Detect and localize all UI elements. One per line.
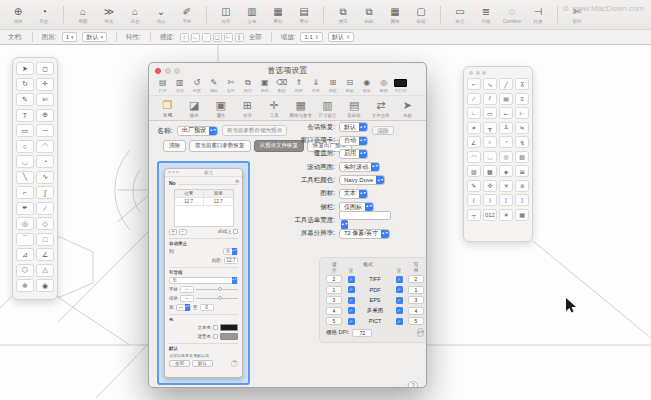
tool-button[interactable]: ⌒ — [16, 233, 34, 246]
tool-button[interactable]: ] — [515, 194, 529, 206]
dpi-field[interactable]: 72 — [352, 329, 372, 337]
tool-button[interactable]: ╲ — [16, 171, 34, 184]
tool-button[interactable]: ◡ — [16, 155, 34, 168]
dpi-stepper[interactable]: ▲▼ — [417, 328, 424, 337]
dialog-tab[interactable]: ◪ 颜色 — [182, 99, 207, 118]
tool-button[interactable]: ✎ — [16, 93, 34, 106]
read-order-field[interactable]: 1 — [326, 286, 342, 294]
scale-field[interactable]: -- — [180, 295, 194, 302]
write-order-field[interactable]: 5 — [408, 317, 424, 325]
tool-button[interactable]: ⊞ — [515, 165, 529, 177]
dialog-tab[interactable]: ▣ 属性 — [208, 99, 233, 118]
dialog-tab[interactable]: ▤ 剪贴板 — [342, 99, 367, 118]
zoom-out-button[interactable]: ⌄缩小 — [149, 6, 173, 24]
background-color-swatch[interactable] — [220, 333, 238, 340]
strip-tool-button[interactable]: ✄ 剪切 — [223, 78, 239, 93]
tool-button[interactable]: ⊿ — [16, 248, 34, 261]
tool-button[interactable]: ✛ — [36, 78, 54, 91]
remove-row-button[interactable]: − — [179, 229, 187, 235]
tool-button[interactable]: T — [16, 109, 34, 122]
tool-button[interactable]: ◠ — [36, 140, 54, 153]
style-select[interactable]: 默认⇕ — [328, 32, 354, 42]
add-row-button[interactable]: + — [169, 229, 177, 235]
tool-button[interactable]: ◎ — [16, 217, 34, 230]
write-order-field[interactable]: 1 — [408, 286, 424, 294]
tool-button[interactable]: ◡ — [483, 151, 497, 163]
snap-toggle-button[interactable]: ▢ — [213, 33, 222, 42]
pan-slider[interactable] — [196, 289, 238, 290]
dialog-tab[interactable]: ✛ 工具 — [262, 99, 287, 118]
guide-style-select[interactable]: 无▲▼ — [169, 277, 238, 284]
tool-button[interactable]: ▤ — [499, 93, 513, 105]
tool-button[interactable]: ⬡ — [16, 264, 34, 277]
snap-toggle-button[interactable]: ◌ — [202, 33, 211, 42]
read-enabled-checkbox[interactable] — [348, 297, 355, 304]
snap-toggle-button[interactable]: ⊹ — [180, 33, 189, 42]
close-button[interactable] — [155, 68, 161, 74]
strip-tool-button[interactable]: ◉ 锁定 — [359, 78, 375, 93]
layer-select-2[interactable]: 默认▾ — [82, 32, 107, 42]
tool-button[interactable]: ○ — [16, 140, 34, 153]
strip-tool-button[interactable]: ▤ 打开 — [155, 78, 171, 93]
strip-tool-button[interactable]: ✎ 编辑 — [206, 78, 222, 93]
tool-button[interactable]: ◻ — [36, 62, 54, 75]
noprint-swatch[interactable]: 不打印 — [393, 78, 409, 93]
read-enabled-checkbox[interactable] — [348, 276, 355, 283]
tool-button[interactable]: ➤ — [16, 62, 34, 75]
tool-button[interactable]: ✒ — [16, 202, 34, 215]
form-select[interactable]: 72 像素/英寸▲▼ — [339, 229, 390, 239]
tool-button[interactable]: ⌐ — [16, 186, 34, 199]
tool-button[interactable]: ⌕ — [483, 136, 497, 148]
pan-button[interactable]: ✐平移 — [175, 6, 199, 24]
tool-button[interactable]: ◔ — [36, 155, 54, 168]
reset-all-button[interactable]: 全部 — [169, 360, 190, 367]
snap-toggle-button[interactable]: ∥ — [235, 33, 244, 42]
strip-tool-button[interactable]: ⊞ 群组 — [325, 78, 341, 93]
form-select[interactable]: 实时滚动▲▼ — [339, 162, 380, 172]
tool-button[interactable]: ⊢ — [515, 107, 529, 119]
dialog-help-button[interactable]: ? — [408, 381, 418, 389]
tool-button[interactable]: ▭ — [16, 124, 34, 137]
dialog-titlebar[interactable]: 首选项设置 — [149, 63, 426, 78]
write-enabled-checkbox[interactable] — [396, 286, 403, 293]
text-color-checkbox[interactable] — [213, 325, 218, 330]
form-select[interactable]: 启用▲▼ — [339, 149, 368, 159]
write-enabled-checkbox[interactable] — [396, 276, 403, 283]
spacing-field[interactable]: 12.7 — [224, 257, 238, 264]
tool-button[interactable]: ─ — [36, 124, 54, 137]
read-order-field[interactable]: 2 — [326, 275, 342, 283]
strip-tool-button[interactable]: ⇓ 后移 — [308, 78, 324, 93]
tool-button[interactable]: ∟ — [467, 107, 481, 119]
tool-button[interactable]: ▩ — [483, 165, 497, 177]
tool-button[interactable]: ◈ — [499, 165, 513, 177]
dialog-tab[interactable]: ➤ 光标 — [395, 99, 420, 118]
zoom-button[interactable] — [174, 68, 180, 74]
columns-select[interactable]: 无▲▼ — [223, 248, 239, 255]
tool-button[interactable]: ※ — [16, 279, 34, 292]
tool-button[interactable]: ◉ — [36, 279, 54, 292]
strip-tool-button[interactable]: ▣ 粘贴 — [257, 78, 273, 93]
write-enabled-checkbox[interactable] — [396, 318, 403, 325]
combine-button[interactable]: ◌Combine — [500, 6, 524, 24]
write-order-field[interactable]: 3 — [408, 296, 424, 304]
form-select[interactable]: Navy Dove▲▼ — [339, 175, 385, 185]
snap-toggle-button[interactable]: ∟ — [191, 33, 200, 42]
text-color-swatch[interactable] — [220, 324, 238, 331]
tool-button[interactable]: ∿ — [483, 78, 497, 90]
history-button[interactable]: ◔历史 — [32, 6, 56, 24]
pan-field[interactable]: -- — [180, 286, 194, 293]
layer-select-1[interactable]: 1▾ — [62, 32, 78, 42]
write-enabled-checkbox[interactable] — [396, 297, 403, 304]
table-row[interactable]: 12.7 12.7 — [175, 198, 233, 206]
strip-tool-button[interactable]: ◎ 解锁 — [376, 78, 392, 93]
tool-button[interactable]: ╨ — [499, 122, 513, 134]
preset-action-button[interactable]: 清除 — [163, 140, 186, 152]
tool-button[interactable]: ※ — [515, 180, 529, 192]
form-select[interactable]: 默认▲▼ — [339, 122, 368, 132]
form-select[interactable]: 文本▲▼ — [339, 189, 368, 199]
snap-toggle-button[interactable]: ⊢ — [224, 33, 233, 42]
tool-button[interactable]: ≡ — [515, 93, 529, 105]
tool-button[interactable]: ✣ — [483, 180, 497, 192]
form-select[interactable]: 自动▲▼ — [339, 136, 368, 146]
preview-help-button[interactable]: ? — [231, 360, 238, 367]
